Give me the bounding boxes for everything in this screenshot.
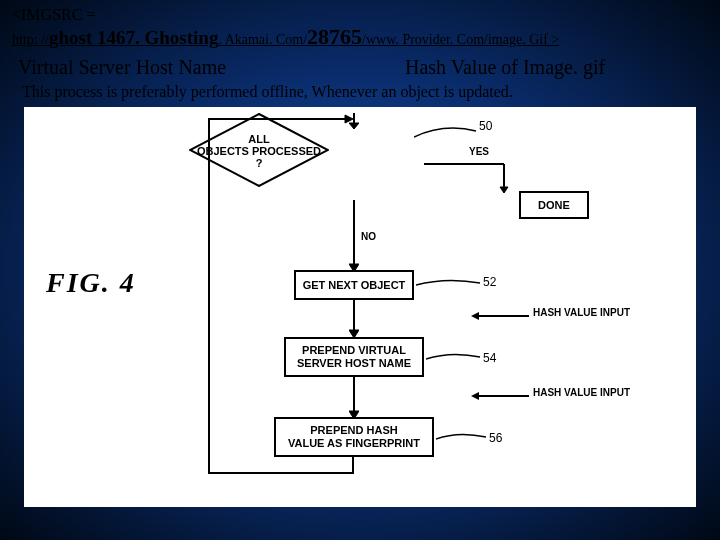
arrow-hash-input-2	[469, 391, 529, 401]
header-area: <IMGSRC = http: //ghost 1467. Ghosting. …	[0, 0, 720, 50]
leader-52	[416, 279, 482, 289]
label-hash-input-2: HASH VALUE INPUT	[533, 387, 630, 398]
svg-marker-5	[500, 187, 508, 193]
label-hash-value: Hash Value of Image. gif	[315, 56, 702, 79]
url-hash-bold: 28765	[307, 24, 362, 49]
url-line: http: //ghost 1467. Ghosting. Akamai. Co…	[12, 24, 708, 50]
leader-54	[426, 353, 482, 363]
flowchart: ALL OBJECTS PROCESSED ? 50 YES DONE NO G…	[189, 113, 669, 503]
figure-label: FIG. 4	[46, 267, 136, 299]
arrow-hash-input-1	[469, 311, 529, 321]
num-52: 52	[483, 275, 496, 289]
svg-marker-12	[345, 115, 353, 123]
num-56: 56	[489, 431, 502, 445]
labels-row: Virtual Server Host Name Hash Value of I…	[0, 56, 720, 79]
url-host-bold: ghost 1467. Ghosting	[49, 27, 218, 48]
num-50: 50	[479, 119, 492, 133]
url-suffix: /www. Provider. Com/image. Gif >	[362, 32, 559, 47]
imgsrc-tag: <IMGSRC =	[12, 6, 708, 24]
url-prefix: http: //	[12, 32, 49, 47]
label-virtual-host: Virtual Server Host Name	[18, 56, 315, 79]
label-yes: YES	[469, 146, 489, 157]
diagram-panel: FIG. 4 ALL OBJECTS PROCESSED ? 50	[24, 107, 696, 507]
leader-56	[436, 433, 488, 443]
leader-50	[414, 127, 478, 141]
num-54: 54	[483, 351, 496, 365]
label-no: NO	[361, 231, 376, 242]
arrow-yes	[424, 159, 520, 209]
svg-marker-14	[471, 312, 479, 320]
url-mid: . Akamai. Com/	[218, 32, 307, 47]
svg-marker-16	[471, 392, 479, 400]
label-hash-input-1: HASH VALUE INPUT	[533, 307, 630, 318]
box-done: DONE	[519, 191, 589, 219]
arrow-loop-back	[205, 113, 355, 483]
subnote: This process is preferably performed off…	[0, 79, 720, 107]
